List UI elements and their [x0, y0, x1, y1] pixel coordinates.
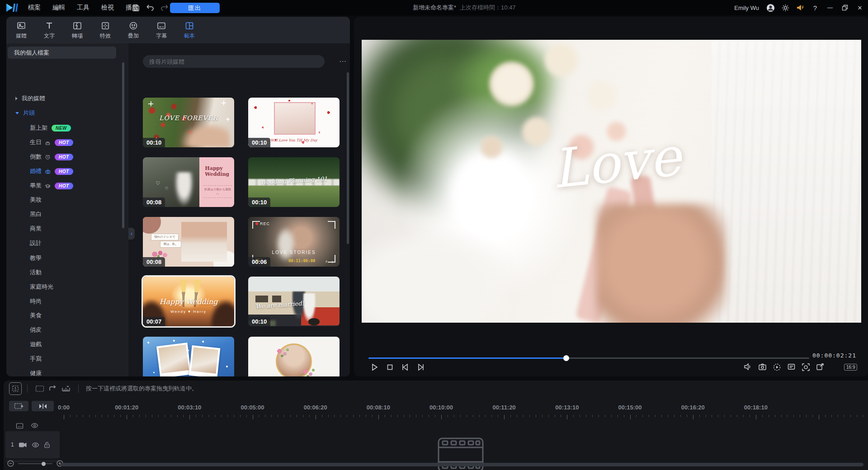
sidebar-item-新上架[interactable]: 新上架NEW: [6, 122, 146, 133]
trim-button[interactable]: [32, 401, 54, 411]
close-icon[interactable]: ✕: [855, 3, 864, 12]
wrap-arrow-icon[interactable]: [49, 385, 57, 392]
menu-item-1[interactable]: 編輯: [52, 4, 65, 12]
hot-badge: HOT: [55, 168, 73, 175]
zoom-out-icon[interactable]: [7, 460, 14, 467]
tab-範本[interactable]: 範本: [175, 17, 203, 43]
template-card-circle[interactable]: 00:08: [248, 337, 340, 376]
tab-疊加[interactable]: 疊加: [119, 17, 147, 43]
sidebar-item-商業[interactable]: 商業: [6, 223, 146, 234]
snapshot-camera-icon[interactable]: [758, 363, 767, 371]
template-card-petal-frame[interactable]: Will Love You Till My Day00:10: [248, 98, 340, 147]
ruler-tick: [630, 415, 631, 419]
undo-icon[interactable]: [146, 3, 155, 12]
tab-字幕[interactable]: 字幕: [147, 17, 175, 43]
collapse-sidebar-handle[interactable]: ‹: [128, 228, 135, 240]
template-card-dress-jp[interactable]: 憧れのドレスで輝は、私。00:08: [143, 217, 234, 267]
sidebar-item-活動[interactable]: 活動: [6, 267, 146, 278]
ruler-scale-icon[interactable]: [61, 385, 71, 392]
timeline-zoom-controls: [7, 460, 63, 467]
zoom-fit-icon[interactable]: [802, 363, 810, 371]
decor: [248, 277, 340, 293]
template-card-winter[interactable]: 00:12: [143, 337, 234, 376]
ruler-tick: [573, 415, 574, 417]
sidebar-group-片頭[interactable]: 片頭: [6, 108, 131, 118]
search-input[interactable]: [143, 55, 325, 68]
subtitle-track-icon[interactable]: [16, 423, 24, 429]
ruler-tick: [372, 415, 373, 417]
my-profile-button[interactable]: 我的個人檔案: [8, 47, 116, 59]
ruler-tick: [806, 415, 807, 417]
menu-item-0[interactable]: 檔案: [28, 4, 41, 12]
menu-item-3[interactable]: 檢視: [101, 4, 114, 12]
next-frame-button[interactable]: [416, 363, 425, 371]
sidebar-item-時尚[interactable]: 時尚: [6, 296, 146, 307]
template-card-love-forever[interactable]: LOVE FOREVER00:10: [143, 98, 234, 147]
sidebar-item-美食[interactable]: 美食: [6, 310, 146, 321]
sidebar-scrollbar[interactable]: [122, 62, 124, 228]
add-track-button[interactable]: [9, 401, 28, 411]
template-card-rec-cam[interactable]: RECLOVE STORIES00:11:06:08⚡☼00:06: [248, 217, 340, 267]
sidebar-item-倒數[interactable]: 倒數HOT: [6, 151, 146, 162]
template-card-toast[interactable]: Happy WeddingWendy ♥ Harry00:07: [143, 277, 234, 326]
more-options-icon[interactable]: ⋯: [339, 57, 347, 66]
sidebar-item-手寫[interactable]: 手寫: [6, 353, 146, 364]
sidebar-item-生日[interactable]: 生日HOT: [6, 137, 146, 148]
video-canvas[interactable]: Love: [362, 40, 861, 323]
ruler-tick: [504, 415, 505, 419]
preview-frame-toggle-button[interactable]: [9, 382, 22, 395]
save-icon[interactable]: [131, 3, 140, 12]
florals-icon: [300, 366, 318, 376]
stop-button[interactable]: [386, 363, 394, 371]
help-icon[interactable]: ?: [811, 3, 820, 12]
subtitle-visibility-eye-icon[interactable]: [31, 423, 38, 429]
track-visibility-eye-icon[interactable]: [32, 442, 39, 448]
sidebar-label: 美妝: [30, 196, 42, 204]
sidebar-item-教學[interactable]: 教學: [6, 253, 146, 263]
settings-gear-icon[interactable]: [781, 3, 790, 12]
tab-文字[interactable]: 文字: [35, 17, 63, 43]
timeline-module: 按一下這裡或將選取的專案拖曳到軌道中。 0:0000:01:2000:03:10…: [4, 381, 868, 470]
marker-list-icon[interactable]: [787, 363, 796, 371]
template-card-planning[interactable]: Wedding Planning 10100:10: [248, 157, 340, 207]
aspect-ratio-badge[interactable]: 16:9: [844, 364, 857, 371]
tab-轉場[interactable]: 轉場: [63, 17, 91, 43]
tab-媒體[interactable]: 媒體: [7, 17, 35, 43]
sidebar-item-婚禮[interactable]: 婚禮HOT: [6, 166, 146, 177]
seek-bar[interactable]: [368, 355, 809, 361]
menu-item-2[interactable]: 工具: [77, 4, 90, 12]
previous-frame-button[interactable]: [401, 363, 410, 371]
timeline-hint[interactable]: 按一下這裡或將選取的專案拖曳到軌道中。: [86, 385, 198, 393]
sidebar-item-黑白[interactable]: 黑白: [6, 209, 146, 220]
template-card-pink-panel[interactable]: ♡♡HappyWedding約束は小指から薬指へ00:08: [143, 157, 234, 207]
volume-icon[interactable]: [744, 363, 752, 371]
avatar[interactable]: [766, 3, 775, 12]
redo-icon[interactable]: [160, 3, 169, 12]
sidebar-item-設計[interactable]: 設計: [6, 238, 146, 249]
render-preview-icon[interactable]: [773, 363, 781, 371]
play-button[interactable]: [370, 363, 379, 371]
popout-preview-icon[interactable]: [816, 363, 825, 371]
ruler-tick: [555, 415, 555, 417]
tab-特效[interactable]: 特效: [91, 17, 119, 43]
timeline-zoom-slider[interactable]: [18, 461, 52, 467]
template-card-married[interactable]: We are married!00:10: [248, 277, 340, 326]
filmstrip-icon[interactable]: [35, 385, 44, 392]
zoom-slider-knob[interactable]: [42, 462, 46, 466]
seek-scrubber[interactable]: [563, 355, 569, 361]
decor: [255, 296, 268, 302]
restore-window-icon[interactable]: [840, 3, 849, 12]
minimize-icon[interactable]: —: [826, 3, 835, 12]
sidebar-item-俏皮[interactable]: 俏皮: [6, 324, 146, 335]
template-scrollbar[interactable]: [347, 72, 349, 244]
track-lock-icon[interactable]: [44, 442, 50, 448]
sidebar-item-健康[interactable]: 健康: [6, 368, 146, 376]
sidebar-item-遊戲[interactable]: 遊戲: [6, 339, 146, 350]
sidebar-item-家庭時光[interactable]: 家庭時光: [6, 282, 146, 292]
announcement-megaphone-icon[interactable]: [796, 3, 805, 12]
timeline-horizontal-scrollbar[interactable]: [60, 463, 863, 466]
export-button[interactable]: 匯出: [170, 3, 220, 13]
sidebar-item-美妝[interactable]: 美妝: [6, 194, 146, 205]
sidebar-item-畢業[interactable]: 畢業HOT: [6, 180, 146, 191]
sidebar-group-我的媒體[interactable]: 我的媒體: [6, 93, 131, 104]
